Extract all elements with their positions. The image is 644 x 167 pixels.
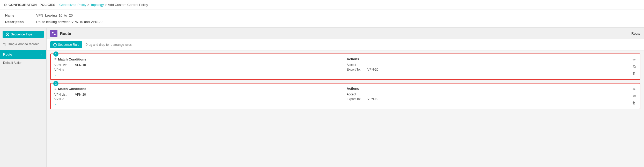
vpn-list-value-1: VPN-10 (75, 63, 86, 67)
drag-drop-row: ⇅ Drag & drop to reorder (0, 41, 46, 48)
plus-circle-icon: + (6, 33, 9, 36)
breadcrumb-centralized-policy[interactable]: Centralized Policy (60, 3, 86, 7)
breadcrumb-arrow-2: > (87, 3, 90, 7)
edit-button-2[interactable]: ✏ (632, 87, 636, 92)
sidebar-item-route[interactable]: Route ⋮ (0, 50, 46, 59)
divider-2 (339, 87, 339, 106)
match-conditions-label-1: Match Conditions (58, 57, 86, 61)
drag-icon: ⇅ (3, 42, 6, 46)
rule-match-2: ≡ Match Conditions VPN List: VPN-20 VPN … (54, 87, 331, 106)
actions-label-2: Actions (347, 87, 359, 90)
seq-rule-label: Sequence Rule (58, 43, 79, 47)
match-conditions-header-1: ≡ Match Conditions (54, 57, 331, 61)
vpn-id-label-2: VPN Id (54, 97, 75, 101)
rule-card-inner-2: ≡ Match Conditions VPN List: VPN-20 VPN … (54, 87, 636, 106)
match-row-vpn-id-2: VPN Id (54, 97, 331, 101)
route-icon (50, 30, 57, 37)
rules-container: 1 ≡ Match Conditions VPN List: VPN-10 VP… (47, 50, 644, 112)
sequence-rule-button[interactable]: + Sequence Rule (50, 41, 82, 48)
divider-1 (339, 57, 339, 76)
vpn-id-label-1: VPN Id (54, 68, 75, 72)
breadcrumb-current: Add Custom Control Policy (108, 3, 148, 7)
description-row: Description Route leaking between VPN-10… (5, 20, 639, 24)
sidebar-default-action[interactable]: Default Action (0, 59, 46, 67)
delete-button-1[interactable]: 🗑 (632, 71, 636, 76)
svg-rect-0 (52, 32, 53, 33)
rule-card-inner-1: ≡ Match Conditions VPN List: VPN-10 VPN … (54, 57, 636, 76)
breadcrumb-topology[interactable]: Topology (90, 3, 104, 7)
export-row-2: Export To: VPN-10 (347, 97, 623, 101)
description-value: Route leaking between VPN-10 and VPN-20 (36, 20, 102, 24)
rule-card-1: 1 ≡ Match Conditions VPN List: VPN-10 VP… (50, 54, 640, 80)
rule-expand-1[interactable]: ⌄ (54, 73, 331, 76)
seq-type-label: Sequence Type (11, 33, 32, 36)
breadcrumb-arrow-1 (57, 3, 58, 7)
export-value-1: VPN-20 (367, 68, 378, 71)
actions-label-1: Actions (347, 57, 359, 61)
route-header-title: Route (60, 31, 629, 36)
edit-button-1[interactable]: ✏ (632, 57, 636, 62)
rule-number-2: 2 (53, 81, 58, 86)
rule-controls-1: ✏ ⧉ 🗑 (628, 57, 636, 76)
actions-header-2: Actions (347, 87, 623, 90)
sidebar: + Sequence Type ⇅ Drag & drop to reorder… (0, 28, 47, 167)
name-label: Name (5, 13, 36, 17)
seq-rule-plus-icon: + (53, 43, 57, 47)
name-row: Name VPN_Leaking_10_to_20 (5, 13, 639, 17)
rule-controls-2: ✏ ⧉ 🗑 (628, 87, 636, 106)
export-value-2: VPN-10 (367, 97, 378, 101)
title-separator: | (38, 3, 39, 7)
rule-card-2: 2 ≡ Match Conditions VPN List: VPN-20 VP… (50, 83, 640, 109)
match-row-vpn-id-1: VPN Id (54, 68, 331, 72)
app-header: ⚙ CONFIGURATION | POLICIES Centralized P… (0, 0, 644, 10)
accept-text-2: Accept (347, 93, 623, 96)
main-layout: + Sequence Type ⇅ Drag & drop to reorder… (0, 28, 644, 167)
drag-drop-label: Drag & drop to reorder (8, 42, 39, 46)
rule-expand-2[interactable]: ⌄ (54, 102, 331, 106)
content-area: Route Route + Sequence Rule Drag and dro… (47, 28, 644, 167)
export-label-2: Export To: (347, 97, 367, 101)
policies-label: POLICIES (40, 3, 55, 7)
vpn-list-label-1: VPN List: (54, 63, 75, 67)
seq-rule-bar: + Sequence Rule Drag and drop to re-arra… (47, 39, 644, 50)
match-row-vpn-list-2: VPN List: VPN-20 (54, 93, 331, 96)
vpn-list-value-2: VPN-20 (75, 93, 86, 96)
export-row-1: Export To: VPN-20 (347, 68, 623, 71)
route-header-bar: Route Route (47, 28, 644, 39)
rule-match-1: ≡ Match Conditions VPN List: VPN-10 VPN … (54, 57, 331, 76)
match-row-vpn-list-1: VPN List: VPN-10 (54, 63, 331, 67)
form-section: Name VPN_Leaking_10_to_20 Description Ro… (0, 10, 644, 28)
accept-text-1: Accept (347, 63, 623, 67)
app-title: CONFIGURATION (9, 3, 37, 7)
sidebar-route-dots[interactable]: ⋮ (39, 52, 43, 57)
lines-icon-2: ≡ (54, 87, 56, 91)
rule-number-1: 1 (53, 51, 58, 57)
export-label-1: Export To: (347, 68, 367, 71)
gear-icon: ⚙ (4, 3, 7, 7)
drag-hint-text: Drag and drop to re-arrange rules (85, 43, 132, 47)
sidebar-route-label: Route (3, 52, 12, 56)
rule-actions-1: Actions Accept Export To: VPN-20 (347, 57, 623, 76)
breadcrumb-arrow-3: > (105, 3, 107, 7)
route-svg-icon (52, 31, 56, 35)
sequence-type-button[interactable]: + Sequence Type (3, 31, 44, 38)
vpn-list-label-2: VPN List: (54, 93, 75, 96)
match-conditions-header-2: ≡ Match Conditions (54, 87, 331, 91)
copy-button-2[interactable]: ⧉ (633, 93, 636, 99)
svg-rect-1 (54, 34, 55, 35)
match-conditions-label-2: Match Conditions (58, 87, 86, 91)
name-value: VPN_Leaking_10_to_20 (36, 13, 73, 17)
description-label: Description (5, 20, 36, 24)
delete-button-2[interactable]: 🗑 (632, 100, 636, 105)
actions-header-1: Actions (347, 57, 623, 61)
rule-actions-2: Actions Accept Export To: VPN-10 (347, 87, 623, 106)
route-header-right: Route (631, 32, 640, 35)
copy-button-1[interactable]: ⧉ (633, 64, 636, 69)
lines-icon-1: ≡ (54, 57, 56, 61)
